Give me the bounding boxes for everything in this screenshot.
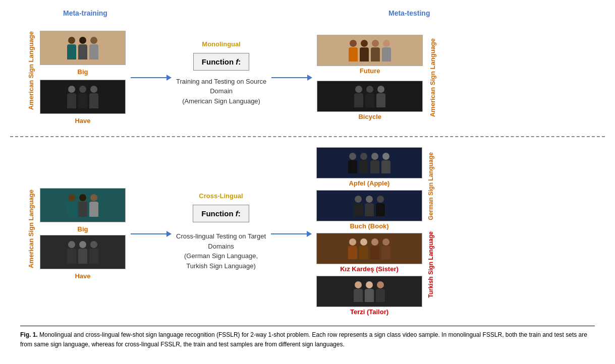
- function-mode-top: Monolingual: [202, 40, 241, 48]
- arrow-line-bottom-left: [131, 233, 171, 234]
- bottom-function-area: Cross-Lingual Function f: Cross-lingual …: [176, 192, 266, 271]
- bottom-arrow-left: [131, 233, 171, 234]
- result-bicycle: Bicycle: [317, 81, 423, 120]
- sign-have-label: Have: [75, 117, 90, 125]
- meta-training-label: Meta-training: [63, 9, 107, 17]
- function-text-top: Function f:: [202, 57, 241, 66]
- sign-big-bottom-label: Big: [78, 225, 88, 233]
- top-section: Meta-training Meta-testing American Sign…: [10, 5, 605, 136]
- caption-text: Monolingual and cross-lingual few-shot s…: [20, 331, 587, 348]
- bottom-left-lang: American Sign Language: [25, 163, 37, 294]
- result-buch: Buch (Book): [316, 190, 422, 230]
- person2: [78, 37, 87, 59]
- function-box-bottom: Function f:: [193, 205, 249, 222]
- person5: [78, 86, 87, 108]
- result-buch-label: Buch (Book): [350, 222, 388, 230]
- result-bicycle-label: Bicycle: [358, 113, 381, 120]
- result-terzi: Terzi (Tailor): [316, 276, 422, 316]
- sign-big-label: Big: [78, 68, 88, 76]
- result-future-label: Future: [360, 67, 380, 75]
- result-terzi-label: Terzi (Tailor): [350, 308, 388, 316]
- sign-big-bottom-image: [40, 188, 126, 222]
- bottom-arrow-right: [271, 233, 311, 234]
- bottom-left-signs: Big Have: [40, 188, 126, 280]
- bottom-results-area: Apfel (Apple): [316, 147, 435, 316]
- arrow-line-bottom-right: [271, 233, 311, 234]
- top-arrow-right: [271, 77, 312, 78]
- top-left-lang: American Sign Language: [25, 20, 37, 121]
- bottom-section: American Sign Language Big: [10, 136, 605, 321]
- result-kiz-image: [316, 233, 422, 264]
- result-future-image: [317, 35, 423, 66]
- person4: [67, 86, 76, 108]
- fig-label: Fig. 1.: [20, 331, 38, 338]
- german-lang-label: German Sign Language: [426, 147, 435, 225]
- result-apfel: Apfel (Apple): [316, 147, 422, 187]
- bottom-right-lang-labels: German Sign Language Turkish Sign Langua…: [426, 147, 435, 316]
- bottom-result-images: Apfel (Apple): [316, 147, 422, 316]
- arrow-line-right: [271, 77, 312, 78]
- person3: [89, 37, 98, 59]
- sign-have-bottom-label: Have: [75, 272, 90, 280]
- result-buch-image: [316, 190, 422, 221]
- top-left-signs: Big Have: [40, 31, 126, 125]
- meta-testing-label: Meta-testing: [388, 9, 430, 17]
- function-text-bottom: Function f:: [201, 209, 241, 218]
- turkish-lang-label: Turkish Sign Language: [426, 225, 435, 304]
- function-mode-bottom: Cross-Lingual: [199, 192, 243, 200]
- top-results: Future B: [317, 35, 423, 120]
- top-right-lang: American Sign Language: [427, 27, 438, 128]
- sign-big-image: [40, 31, 126, 65]
- person1: [67, 37, 76, 59]
- person6: [89, 86, 98, 108]
- diagram-container: Meta-training Meta-testing American Sign…: [0, 0, 615, 354]
- sign-have-bottom-image: [40, 235, 126, 269]
- sign-have-image: [40, 80, 126, 114]
- arrow-line-left: [131, 77, 171, 78]
- function-box-top: Function f:: [193, 53, 250, 71]
- result-apfel-label: Apfel (Apple): [349, 179, 390, 187]
- caption: Fig. 1. Monolingual and cross-lingual fe…: [20, 326, 595, 349]
- result-terzi-image: [316, 276, 422, 307]
- result-kiz-label: Kız Kardeş (Sister): [340, 265, 399, 273]
- result-bicycle-image: [317, 81, 423, 112]
- top-arrow-left: [131, 77, 171, 78]
- result-apfel-image: [316, 147, 422, 178]
- bottom-center-text: Cross-lingual Testing on Target Domains …: [176, 231, 266, 271]
- result-future: Future: [317, 35, 423, 75]
- top-center-text: Training and Testing on Source Domain (A…: [176, 77, 266, 106]
- top-function-area: Monolingual Function f: Training and Tes…: [176, 40, 266, 106]
- result-kiz: Kız Kardeş (Sister): [316, 233, 422, 273]
